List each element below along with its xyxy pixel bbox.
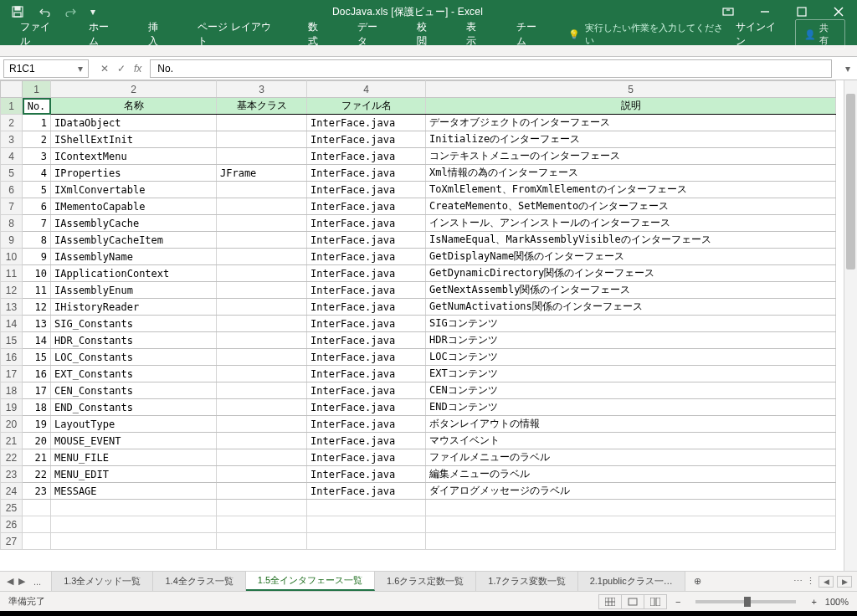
table-cell[interactable]: 4 (23, 165, 51, 182)
table-cell[interactable]: 8 (23, 232, 51, 249)
sheet-tab[interactable]: 1.5全インタフェース一覧 (246, 572, 375, 591)
table-cell[interactable] (217, 483, 307, 500)
tab-nav-ellipsis[interactable]: ... (30, 577, 44, 587)
table-cell[interactable]: SIGコンテンツ (426, 316, 836, 332)
row-header[interactable]: 12 (1, 282, 23, 299)
col-header-1[interactable]: 1 (23, 81, 51, 98)
row-header[interactable]: 3 (1, 131, 23, 148)
row-header[interactable]: 25 (1, 500, 23, 516)
table-cell[interactable]: InterFace.java (307, 366, 426, 382)
sheet-tab[interactable]: 2.1publicクラス一… (578, 572, 685, 591)
table-cell[interactable]: データオブジェクトのインターフェース (426, 115, 836, 131)
ribbon-tab-insert[interactable]: 挿入 (133, 23, 182, 45)
table-cell[interactable]: EXTコンテンツ (426, 366, 836, 382)
table-cell[interactable]: IMementoCapable (51, 198, 217, 215)
row-header[interactable]: 8 (1, 215, 23, 232)
table-cell[interactable] (217, 316, 307, 332)
zoom-slider[interactable] (695, 600, 796, 603)
row-header[interactable]: 18 (1, 382, 23, 399)
scrollbar-thumb[interactable] (846, 94, 855, 270)
row-header[interactable]: 15 (1, 332, 23, 349)
select-all-corner[interactable] (1, 81, 23, 98)
view-normal-icon[interactable] (598, 594, 622, 609)
table-cell[interactable]: 2 (23, 131, 51, 148)
table-cell[interactable]: MOUSE_EVENT (51, 433, 217, 449)
vertical-scrollbar[interactable] (844, 80, 857, 571)
table-cell[interactable] (217, 198, 307, 215)
empty-cell[interactable] (51, 516, 217, 533)
table-cell[interactable] (217, 416, 307, 433)
table-cell[interactable]: LayoutType (51, 416, 217, 433)
table-cell[interactable]: GetDisplayName関係のインターフェース (426, 249, 836, 265)
spreadsheet-grid[interactable]: 1 2 3 4 5 1No.名称基本クラスファイル名説明21IDataObjec… (0, 80, 836, 550)
sheet-tab[interactable]: 1.3全メソッド一覧 (52, 572, 153, 591)
table-cell[interactable]: InterFace.java (307, 299, 426, 316)
table-cell[interactable]: IApplicationContext (51, 265, 217, 282)
table-cell[interactable]: InterFace.java (307, 382, 426, 399)
table-cell[interactable] (217, 382, 307, 399)
ribbon-tab-view[interactable]: 表示 (451, 23, 500, 45)
table-cell[interactable] (217, 433, 307, 449)
table-cell[interactable]: InterFace.java (307, 416, 426, 433)
table-cell[interactable] (217, 349, 307, 366)
table-cell[interactable]: MESSAGE (51, 483, 217, 500)
row-header[interactable]: 4 (1, 148, 23, 165)
table-cell[interactable] (217, 466, 307, 483)
table-cell[interactable]: LOC_Constants (51, 349, 217, 366)
empty-cell[interactable] (51, 533, 217, 550)
row-header[interactable]: 26 (1, 516, 23, 533)
table-cell[interactable]: JFrame (217, 165, 307, 182)
table-cell[interactable] (217, 299, 307, 316)
table-cell[interactable]: GetNextAssembly関係のインターフェース (426, 282, 836, 299)
table-cell[interactable]: InterFace.java (307, 349, 426, 366)
table-cell[interactable] (217, 115, 307, 131)
ribbon-tab-data[interactable]: データ (342, 23, 402, 45)
empty-cell[interactable] (426, 516, 836, 533)
table-cell[interactable]: HDRコンテンツ (426, 332, 836, 349)
table-cell[interactable] (217, 131, 307, 148)
table-cell[interactable]: InterFace.java (307, 449, 426, 466)
table-cell[interactable]: 22 (23, 466, 51, 483)
table-cell[interactable]: 7 (23, 215, 51, 232)
table-cell[interactable]: IShellExtInit (51, 131, 217, 148)
tabs-split-handle[interactable]: ⋮ (806, 576, 815, 587)
table-cell[interactable]: LOCコンテンツ (426, 349, 836, 366)
table-cell[interactable]: 16 (23, 366, 51, 382)
tell-me[interactable]: 💡 実行したい作業を入力してください (560, 22, 735, 47)
table-cell[interactable] (217, 449, 307, 466)
zoom-value[interactable]: 100% (825, 597, 849, 607)
table-cell[interactable]: IAssemblyCacheItem (51, 232, 217, 249)
sheet-tab[interactable]: 1.6クラス定数一覧 (375, 572, 476, 591)
table-cell[interactable]: 9 (23, 249, 51, 265)
empty-cell[interactable] (23, 516, 51, 533)
name-box[interactable]: R1C1 ▾ (3, 59, 89, 78)
table-cell[interactable] (217, 148, 307, 165)
row-header[interactable]: 2 (1, 115, 23, 131)
tab-nav-next-icon[interactable]: ▶ (18, 576, 25, 587)
share-button[interactable]: 👤 共有 (795, 19, 845, 49)
table-cell[interactable] (217, 282, 307, 299)
save-icon[interactable] (7, 3, 28, 21)
row-header[interactable]: 16 (1, 349, 23, 366)
ribbon-tab-layout[interactable]: ページ レイアウト (182, 23, 293, 45)
table-cell[interactable] (217, 399, 307, 416)
zoom-out-icon[interactable]: − (675, 597, 680, 607)
row-header[interactable]: 13 (1, 299, 23, 316)
table-cell[interactable]: 15 (23, 349, 51, 366)
undo-icon[interactable] (33, 3, 55, 21)
table-cell[interactable] (217, 215, 307, 232)
table-cell[interactable]: 14 (23, 332, 51, 349)
table-cell[interactable]: ダイアログメッセージのラベル (426, 483, 836, 500)
empty-cell[interactable] (217, 516, 307, 533)
view-page-layout-icon[interactable] (621, 594, 644, 609)
fx-icon[interactable]: fx (134, 63, 141, 74)
table-cell[interactable]: 23 (23, 483, 51, 500)
table-cell[interactable]: IXmlConvertable (51, 182, 217, 198)
table-cell[interactable]: IDataObject (51, 115, 217, 131)
qat-more-icon[interactable]: ▾ (87, 3, 99, 21)
empty-cell[interactable] (51, 500, 217, 516)
empty-cell[interactable] (23, 533, 51, 550)
table-cell[interactable] (217, 265, 307, 282)
table-cell[interactable]: InterFace.java (307, 399, 426, 416)
empty-cell[interactable] (307, 516, 426, 533)
